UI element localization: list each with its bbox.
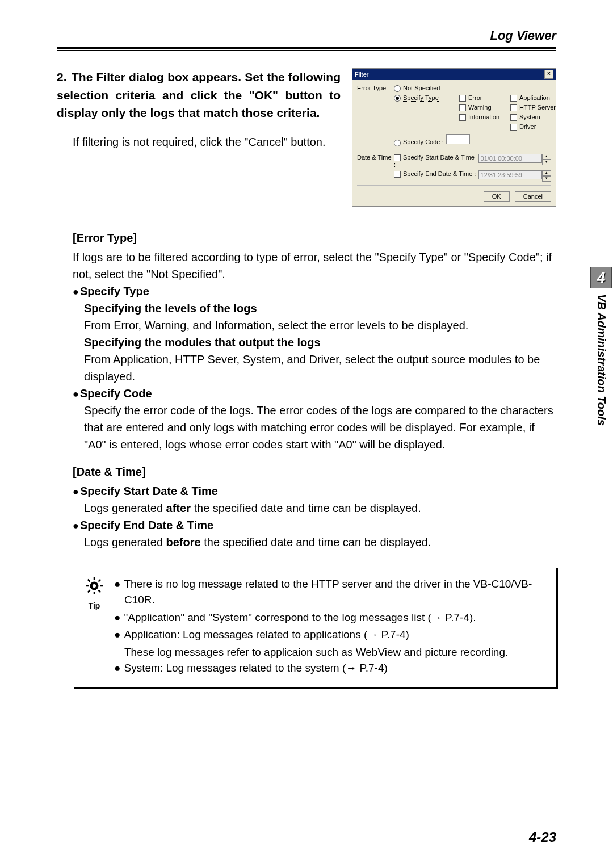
step-subtext: If filtering is not required, click the …: [73, 133, 341, 150]
dialog-title: Filter: [355, 71, 368, 78]
checkbox-system[interactable]: [510, 114, 517, 121]
chapter-tab: 4 VB Administration Tools: [589, 267, 613, 426]
checkbox-warning[interactable]: [459, 104, 466, 111]
tip-item: "Application" and "System" correspond to…: [114, 610, 545, 626]
step-heading: 2.The Filter dialog box appears. Set the…: [57, 68, 341, 122]
checkbox-error[interactable]: [459, 95, 466, 102]
chapter-title: VB Administration Tools: [595, 294, 608, 426]
modules-text: From Application, HTTP Sever, System, an…: [84, 351, 556, 385]
start-date-spinner[interactable]: ▴▾: [542, 154, 551, 165]
checkbox-http[interactable]: [510, 104, 517, 111]
error-type-label: Error Type: [357, 85, 394, 91]
close-icon[interactable]: ×: [544, 70, 553, 79]
specify-code-input[interactable]: [446, 134, 470, 144]
tip-box: Tip There is no log message related to t…: [73, 567, 556, 687]
svg-line-6: [99, 590, 101, 592]
step-heading-text: The Filter dialog box appears. Set the f…: [57, 70, 341, 119]
levels-heading: Specifying the levels of the logs: [84, 300, 556, 317]
tip-icon: Tip: [83, 577, 105, 613]
checkbox-information[interactable]: [459, 114, 466, 121]
svg-line-7: [88, 590, 90, 592]
tip-item: Application: Log messages related to app…: [114, 627, 545, 643]
radio-specify-code[interactable]: [394, 140, 401, 146]
checkbox-driver[interactable]: [510, 124, 517, 131]
checkbox-application[interactable]: [510, 95, 517, 102]
tip-item: There is no log message related to the H…: [114, 576, 545, 609]
end-date-bullet: Specify End Date & Time: [73, 517, 556, 534]
start-date-bullet: Specify Start Date & Time: [73, 483, 556, 500]
tip-label: Tip: [83, 600, 105, 612]
svg-line-5: [88, 579, 90, 581]
chapter-number: 4: [590, 267, 612, 288]
end-date-input[interactable]: 12/31 23:59:59: [478, 170, 542, 179]
radio-not-specified[interactable]: [394, 85, 401, 92]
page-number: 4-23: [529, 829, 556, 845]
step-number: 2.: [57, 68, 72, 86]
error-type-heading: [Error Type]: [73, 229, 556, 246]
tip-subtext: These log messages refer to applicaion s…: [114, 644, 545, 661]
ok-button[interactable]: OK: [484, 191, 510, 202]
header-rule: [57, 47, 556, 51]
modules-heading: Specifying the modules that output the l…: [84, 334, 556, 351]
tip-item: System: Log messages related to the syst…: [114, 660, 545, 677]
error-type-intro: If logs are to be filtered according to …: [73, 249, 556, 283]
start-date-input[interactable]: 01/01 00:00:00: [478, 154, 542, 163]
radio-specify-type[interactable]: [394, 95, 401, 102]
start-date-text: Logs generated after the specified date …: [84, 500, 556, 517]
tip-list: There is no log message related to the H…: [114, 576, 545, 678]
levels-text: From Error, Warning, and Information, se…: [84, 317, 556, 334]
checkbox-start-date[interactable]: [394, 154, 401, 161]
filter-dialog-screenshot: Filter × Error Type Not Specified Specif…: [352, 68, 556, 207]
date-time-label: Date & Time: [357, 154, 394, 161]
end-date-spinner[interactable]: ▴▾: [542, 170, 551, 182]
date-time-heading: [Date & Time]: [73, 463, 556, 480]
svg-point-9: [93, 584, 96, 588]
checkbox-end-date[interactable]: [394, 171, 401, 178]
cancel-button[interactable]: Cancel: [515, 191, 551, 202]
svg-line-8: [99, 579, 101, 581]
specify-type-bullet: Specify Type: [73, 283, 556, 300]
specify-code-bullet: Specify Code: [73, 385, 556, 402]
specify-code-text: Specify the error code of the logs. The …: [84, 402, 556, 453]
header-title: Log Viewer: [57, 28, 556, 43]
end-date-text: Logs generated before the specified date…: [84, 534, 556, 551]
